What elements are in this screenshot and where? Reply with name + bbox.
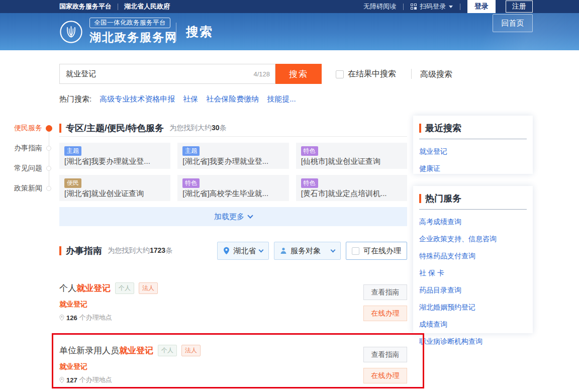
- audience-filter-value: 服务对象: [291, 246, 321, 256]
- hot-service-link[interactable]: 高考成绩查询: [419, 218, 527, 227]
- nav-item-service-guide[interactable]: 办事指南: [14, 138, 54, 158]
- recent-search-link[interactable]: 健康证: [419, 164, 527, 173]
- portal-links: 国家政务服务平台 湖北省人民政府: [59, 2, 170, 11]
- hot-search-link[interactable]: 高级专业技术资格申报: [100, 94, 175, 104]
- card-title: [湖北省]就业创业证查询: [64, 189, 165, 199]
- hot-service-link[interactable]: 湖北婚姻预约登记: [419, 303, 527, 312]
- hot-service-link[interactable]: 企业政策支持、信息咨询: [419, 235, 527, 244]
- nav-item-label: 办事指南: [14, 144, 42, 153]
- chevron-down-icon: [449, 6, 453, 8]
- scan-login-dropdown[interactable]: 扫码登录: [411, 2, 453, 11]
- card-tag: 主题: [64, 146, 81, 156]
- search-in-results-label: 在结果中搜索: [348, 69, 396, 79]
- card-tag: 主题: [182, 146, 200, 156]
- nav-item-label: 便民服务: [14, 124, 42, 133]
- title-keyword: 就业登记: [119, 346, 153, 355]
- online-filter-label: 可在线办理: [363, 246, 401, 256]
- chevron-down-icon: [259, 248, 264, 253]
- search-box: 4/128: [59, 64, 275, 84]
- special-card[interactable]: 特色 [黄石市]就业定点培训机...: [296, 175, 407, 201]
- anchor-nav: 便民服务 办事指南 常见问题 政策新闻: [14, 118, 54, 199]
- panel-title: 最近搜索: [425, 122, 461, 134]
- title-keyword: 就业登记: [76, 283, 111, 293]
- back-home-button[interactable]: 回首页: [493, 14, 533, 32]
- site-name[interactable]: 湖北政务服务网: [89, 30, 177, 45]
- guide-filters: 湖北省 服务对象 可在线办理: [217, 242, 407, 260]
- legal-entity-tag: 法人: [139, 282, 158, 294]
- guide-section-header: 办事指南 为您找到大约1723条 湖北省 服务对象: [59, 242, 407, 260]
- count-suffix: 条: [220, 124, 227, 132]
- platform-badge: 全国一体化政务服务平台: [89, 18, 170, 28]
- audience-filter-dropdown[interactable]: 服务对象: [274, 242, 341, 260]
- count-prefix: 为您找到大约: [169, 124, 212, 132]
- scan-login-label: 扫码登录: [420, 2, 446, 11]
- search-in-results-checkbox[interactable]: 在结果中搜索: [336, 69, 396, 79]
- handle-online-button[interactable]: 在线办理: [363, 306, 407, 321]
- region-filter-dropdown[interactable]: 湖北省: [217, 242, 269, 260]
- register-button[interactable]: 注册: [506, 1, 533, 13]
- provincial-gov-link[interactable]: 湖北省人民政府: [124, 2, 170, 11]
- special-card[interactable]: 主题 [湖北省]我要办理就业登...: [59, 143, 170, 169]
- nav-item-convenience-services[interactable]: 便民服务: [14, 118, 54, 138]
- site-identity: 全国一体化政务服务平台 湖北政务服务网: [89, 18, 177, 45]
- search-input[interactable]: [60, 70, 253, 78]
- count-prefix: 为您找到大约: [108, 246, 150, 254]
- view-guide-button[interactable]: 查看指南: [363, 284, 407, 300]
- result-title-link[interactable]: 个人就业登记: [59, 282, 111, 294]
- nav-dot-icon: [46, 146, 51, 151]
- login-button[interactable]: 登录: [467, 0, 496, 13]
- hot-service-link[interactable]: 特殊药品支付查询: [419, 252, 527, 261]
- search-button[interactable]: 搜索: [275, 64, 322, 84]
- hot-service-link[interactable]: 社 保 卡: [419, 269, 527, 278]
- special-card[interactable]: 便民 [湖北省]就业创业证查询: [59, 175, 170, 201]
- legal-entity-tag: 法人: [181, 345, 201, 356]
- recent-search-panel: 最近搜索 就业登记 健康证: [413, 116, 533, 174]
- hot-search-link[interactable]: 技能提...: [267, 94, 296, 104]
- national-portal-link[interactable]: 国家政务服务平台: [59, 2, 112, 11]
- result-count: 为您找到大约1723条: [108, 246, 172, 255]
- page-title: 搜索: [186, 24, 213, 40]
- checkbox-icon[interactable]: [336, 70, 344, 78]
- hot-service-link[interactable]: 职业病诊断机构查询: [419, 337, 527, 346]
- result-title-link[interactable]: 单位新录用人员就业登记: [59, 345, 153, 356]
- nav-item-policy-news[interactable]: 政策新闻: [14, 178, 54, 199]
- advanced-search-link[interactable]: 高级搜索: [420, 69, 452, 80]
- nav-dot-icon: [46, 186, 51, 191]
- separator: [403, 4, 404, 10]
- hot-search-link[interactable]: 社保: [183, 94, 198, 104]
- nav-dot-icon: [46, 166, 51, 171]
- handle-online-button[interactable]: 在线办理: [363, 368, 407, 383]
- count-number: 30: [212, 124, 220, 132]
- nav-item-label: 政策新闻: [14, 184, 42, 193]
- accessibility-link[interactable]: 无障碍阅读: [363, 2, 396, 11]
- card-tag: 便民: [64, 178, 81, 188]
- view-guide-button[interactable]: 查看指南: [363, 347, 407, 362]
- card-tag: 特色: [301, 146, 318, 156]
- result-category-link[interactable]: 就业登记: [59, 300, 407, 309]
- online-filter-checkbox[interactable]: 可在线办理: [346, 242, 407, 260]
- special-card[interactable]: 特色 [仙桃市]就业创业证查询: [296, 143, 407, 169]
- divider: [411, 69, 412, 79]
- special-card[interactable]: 主题 [湖北省]我要办理就业登...: [177, 143, 288, 169]
- card-tag: 特色: [182, 178, 200, 188]
- hot-search-label: 热门搜索:: [59, 94, 91, 104]
- result-title-row: 单位新录用人员就业登记 个人 法人: [59, 345, 407, 356]
- nav-item-label: 常见问题: [14, 164, 42, 173]
- location-pin-icon: [59, 377, 64, 383]
- hot-service-link[interactable]: 药品目录查询: [419, 286, 527, 295]
- hot-search-link[interactable]: 社会保险费缴纳: [206, 94, 259, 104]
- special-card[interactable]: 特色 [湖北省]高校学生毕业就...: [177, 175, 288, 201]
- special-section-header: 专区/主题/便民/特色服务 为您找到大约30条: [59, 120, 407, 137]
- section-accent-bar: [419, 124, 421, 133]
- load-more-button[interactable]: 加载更多: [59, 207, 407, 226]
- result-category-link[interactable]: 就业登记: [59, 362, 407, 371]
- count-number: 1723: [150, 246, 165, 254]
- checkbox-icon[interactable]: [352, 247, 359, 255]
- guide-result-row: 单位新录用人员就业登记 个人 法人 就业登记 127 个办理地点 查看指南 在线…: [59, 345, 407, 390]
- recent-search-link[interactable]: 就业登记: [419, 147, 527, 156]
- result-locations: 126 个办理地点: [59, 313, 407, 322]
- nav-item-faq[interactable]: 常见问题: [14, 158, 54, 178]
- qr-code-icon: [411, 4, 417, 10]
- panel-header: 最近搜索: [419, 122, 527, 134]
- hot-service-link[interactable]: 成绩查询: [419, 320, 527, 329]
